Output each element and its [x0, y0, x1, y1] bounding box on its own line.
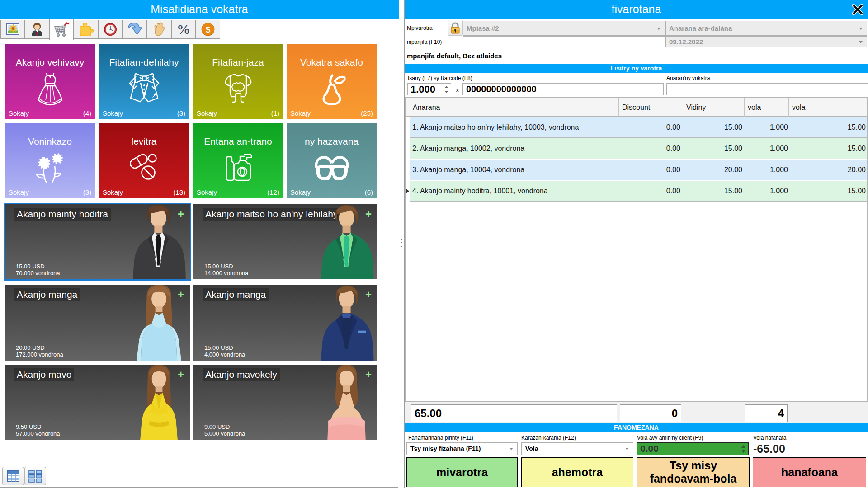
svg-text:$: $	[206, 25, 211, 34]
